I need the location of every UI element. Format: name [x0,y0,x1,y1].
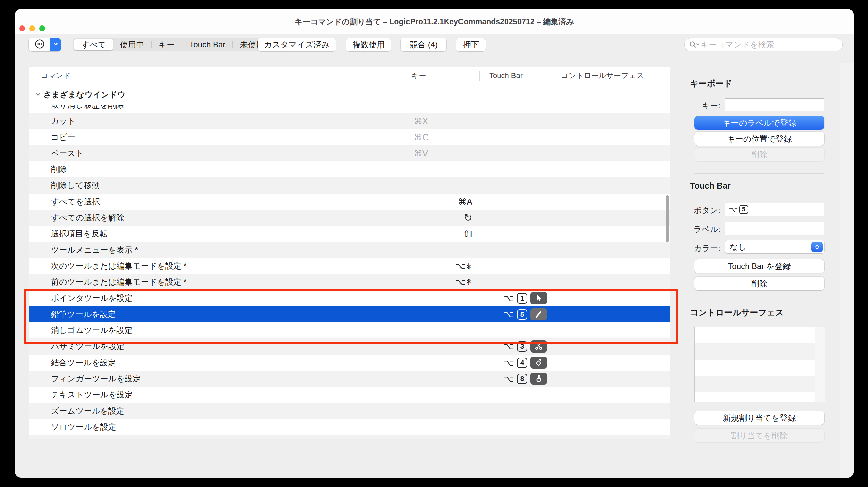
key-shortcut: ⌘C [414,132,428,142]
list-scrollbar-track[interactable] [815,327,825,402]
control-surface-cell [553,355,670,371]
table-row[interactable]: ソロツールを設定 [29,419,670,435]
table-row[interactable]: 消しゴムツールを設定 [29,322,670,338]
register-touchbar-button[interactable]: Touch Bar を登録 [694,259,825,273]
column-divider[interactable] [479,71,479,81]
table-row[interactable]: 結合ツールを設定⌥4 [29,355,670,371]
register-new-assignment-button[interactable]: 新規割り当てを登録 [694,411,825,425]
filter-segment-0[interactable]: すべて [74,39,113,50]
table-row[interactable]: 次のツールまたは編集モードを設定 *⌥↡ [29,258,670,274]
table-row[interactable]: テキストツールを設定 [29,387,670,403]
touchbar-button-field-label: ボタン: [682,205,720,216]
table-row[interactable]: すべての選択を解除 [29,210,670,226]
filter-customized-button[interactable]: カスタマイズ済み [257,38,336,51]
delete-assignment-button: 割り当てを削除 [694,429,825,443]
table-row[interactable]: コピー⌘C [29,129,670,145]
column-header-command[interactable]: コマンド [40,67,71,84]
search-input[interactable] [700,39,838,50]
register-by-key-label-button[interactable]: キーのラベルで登録 [694,116,825,130]
control-surface-cell [553,274,670,290]
command-cell: 選択項目を反転 [29,226,402,242]
table-row[interactable]: すべてを選択⌘A [29,193,670,210]
table-row[interactable]: ハサミツールを設定⌥3 [29,338,670,355]
control-surface-cell [553,210,670,226]
touchbar-cell [479,242,553,258]
control-surface-cell [553,387,670,403]
command-cell: ソロツールを設定 [29,419,402,435]
key-cell [402,210,479,226]
table-row[interactable]: 削除して移動 [29,177,670,193]
filter-conflicts-button[interactable]: 競合 (4) [401,38,446,51]
table-row[interactable]: 前のツールまたは編集モードを設定 *⌥↟ [29,274,670,290]
filter-segment-touch-bar[interactable]: Touch Bar [182,39,232,50]
up-down-chevrons-icon[interactable] [811,242,823,252]
column-header-key[interactable]: キー [411,67,426,84]
command-cell: ペースト [29,145,402,161]
chevron-down-icon[interactable] [34,91,42,100]
scrollbar-thumb[interactable] [666,195,669,242]
ellipsis-circle-icon [34,38,45,51]
command-label: 消しゴムツールを設定 [51,325,132,336]
command-label: 鉛筆ツールを設定 [51,309,116,319]
filter-segment-1[interactable]: 使用中 [113,39,151,50]
touchbar-color-field-label: カラー: [682,243,720,253]
search-field[interactable] [684,38,842,51]
table-row[interactable]: 鉛筆ツールを設定⌥5 [29,306,670,322]
touchbar-label-field[interactable] [725,222,825,235]
command-cell: 削除して移動 [29,177,402,193]
command-label: 取り消し履歴を削除 [51,105,124,110]
control-surface-cell [553,145,670,161]
register-by-key-position-button[interactable]: キーの位置で登録 [694,132,825,146]
column-header-touchbar[interactable]: Touch Bar [489,67,523,84]
filter-pressed-button[interactable]: 押下 [456,38,486,51]
more-options-dropdown-button[interactable] [50,38,61,51]
touchbar-button-field[interactable]: ⌥ 5 [725,203,825,216]
table-row[interactable]: フィンガーツールを設定⌥8 [29,371,670,387]
control-surface-cell [553,226,670,242]
key-cell [402,322,479,338]
table-row[interactable]: カット⌘X [29,113,670,129]
control-surface-cell [553,403,670,419]
cursor-icon [530,292,547,304]
more-options-button[interactable] [29,38,50,51]
column-header-control-surface[interactable]: コントロールサーフェス [561,67,644,84]
filter-multiple-use-button[interactable]: 複数使用 [346,38,391,51]
key-input[interactable] [725,99,824,111]
key-commands-window: キーコマンドの割り当て – LogicPro11.2.1KeyCommands2… [15,9,854,478]
table-row[interactable]: 取り消し履歴を削除 [29,105,670,113]
touchbar-cell [479,129,553,145]
table-row[interactable]: 選択項目を反転⇧I [29,226,670,242]
key-field-label: キー: [682,100,720,111]
touchbar-label-input[interactable] [725,222,824,235]
group-row-various-windows[interactable]: さまざまなウインドウ [29,84,670,105]
more-options-split-button[interactable] [29,38,61,51]
table-row[interactable]: ポインタツールを設定⌥1 [29,290,670,306]
key-cell: ⌥↡ [402,258,479,274]
command-cell: ツールメニューを表示 * [29,242,402,258]
table-row[interactable]: ペースト⌘V [29,145,670,161]
filter-segment-2[interactable]: キー [152,39,182,50]
key-cell [402,387,479,403]
command-label: ズームツールを設定 [51,405,124,416]
touchbar-cell [479,210,553,226]
command-cell: 取り消し履歴を削除 [29,105,402,113]
column-divider[interactable] [553,71,553,81]
group-title: さまざまなウインドウ [43,89,126,100]
control-surface-list[interactable] [694,327,825,402]
table-row [29,435,670,439]
key-field[interactable] [725,98,825,111]
touchbar-color-select[interactable]: なし [725,241,825,253]
table-row[interactable]: ズームツールを設定 [29,403,670,419]
touchbar-delete-button[interactable]: 削除 [694,277,825,291]
touchbar-cell: ⌥5 [479,306,553,322]
table-row[interactable]: ツールメニューを表示 * [29,242,670,258]
control-surface-cell [553,242,670,258]
command-cell: すべての選択を解除 [29,210,402,226]
key-shortcut: ⇧I [463,229,472,239]
key-cell [402,290,479,306]
column-divider[interactable] [402,71,402,81]
table-row[interactable]: 削除 [29,161,670,177]
key-shortcut: ⌘A [458,197,472,207]
command-label: 結合ツールを設定 [51,357,116,368]
key-commands-table: コマンド キー Touch Bar コントロールサーフェス さまざまなウインドウ… [29,67,670,439]
